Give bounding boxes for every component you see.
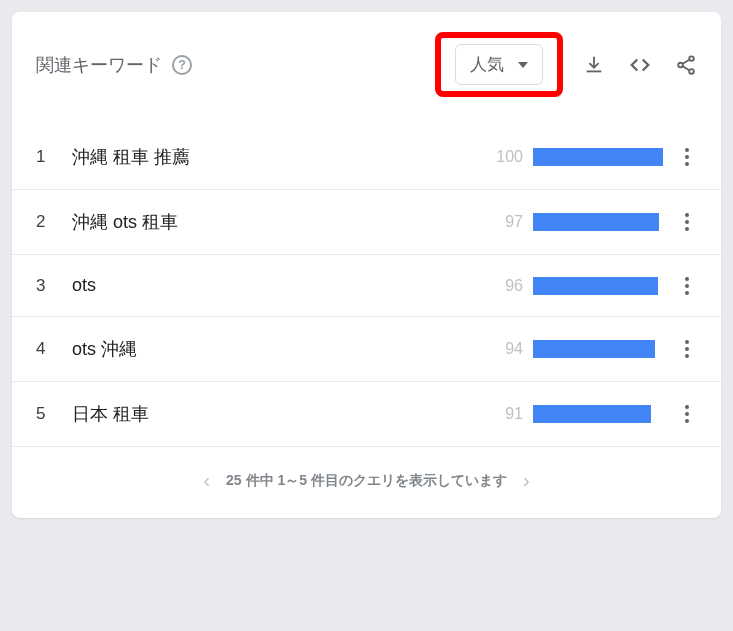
help-icon[interactable]: ? — [172, 55, 192, 75]
item-rank: 3 — [36, 276, 60, 296]
item-bar-wrap — [533, 148, 663, 166]
more-icon[interactable] — [677, 340, 697, 358]
card-title-wrap: 関連キーワード ? — [36, 53, 192, 77]
more-icon[interactable] — [677, 277, 697, 295]
list-item[interactable]: 2沖縄 ots 租車97 — [12, 190, 721, 255]
highlight-annotation: 人気 — [435, 32, 563, 97]
pager: ‹ 25 件中 1～5 件目のクエリを表示しています › — [12, 447, 721, 518]
item-value: 96 — [479, 277, 523, 295]
list-item[interactable]: 4ots 沖縄94 — [12, 317, 721, 382]
keyword-list: 1沖縄 租車 推薦1002沖縄 ots 租車973ots964ots 沖縄945… — [12, 117, 721, 447]
list-item[interactable]: 5日本 租車91 — [12, 382, 721, 447]
item-rank: 4 — [36, 339, 60, 359]
item-bar — [533, 277, 658, 295]
item-bar — [533, 340, 655, 358]
item-keyword: 沖縄 ots 租車 — [60, 210, 479, 234]
item-keyword: 沖縄 租車 推薦 — [60, 145, 479, 169]
item-value: 91 — [479, 405, 523, 423]
item-rank: 1 — [36, 147, 60, 167]
header-actions — [583, 54, 697, 76]
item-keyword: ots 沖縄 — [60, 337, 479, 361]
pager-prev[interactable]: ‹ — [203, 469, 210, 492]
card-title: 関連キーワード — [36, 53, 162, 77]
item-keyword: 日本 租車 — [60, 402, 479, 426]
item-bar — [533, 405, 651, 423]
share-icon[interactable] — [675, 54, 697, 76]
card-header: 関連キーワード ? 人気 — [12, 12, 721, 117]
related-keywords-card: 関連キーワード ? 人気 — [12, 12, 721, 518]
item-value: 100 — [479, 148, 523, 166]
more-icon[interactable] — [677, 405, 697, 423]
item-bar-wrap — [533, 277, 663, 295]
embed-icon[interactable] — [629, 54, 651, 76]
item-bar-wrap — [533, 213, 663, 231]
sort-dropdown[interactable]: 人気 — [455, 44, 543, 85]
item-rank: 2 — [36, 212, 60, 232]
more-icon[interactable] — [677, 213, 697, 231]
download-icon[interactable] — [583, 54, 605, 76]
item-bar — [533, 148, 663, 166]
pager-text: 25 件中 1～5 件目のクエリを表示しています — [226, 472, 507, 490]
item-bar-wrap — [533, 340, 663, 358]
item-value: 97 — [479, 213, 523, 231]
chevron-down-icon — [518, 60, 528, 70]
sort-dropdown-label: 人気 — [470, 53, 504, 76]
item-keyword: ots — [60, 275, 479, 296]
item-bar — [533, 213, 659, 231]
more-icon[interactable] — [677, 148, 697, 166]
item-rank: 5 — [36, 404, 60, 424]
list-item[interactable]: 3ots96 — [12, 255, 721, 317]
list-item[interactable]: 1沖縄 租車 推薦100 — [12, 117, 721, 190]
pager-next[interactable]: › — [523, 469, 530, 492]
item-value: 94 — [479, 340, 523, 358]
item-bar-wrap — [533, 405, 663, 423]
